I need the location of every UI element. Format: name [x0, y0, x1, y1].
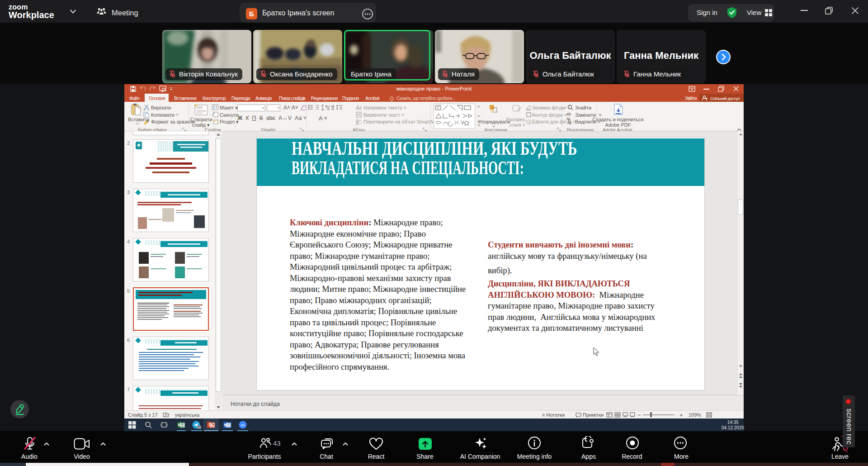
svg-text:zm: zm	[241, 423, 245, 427]
